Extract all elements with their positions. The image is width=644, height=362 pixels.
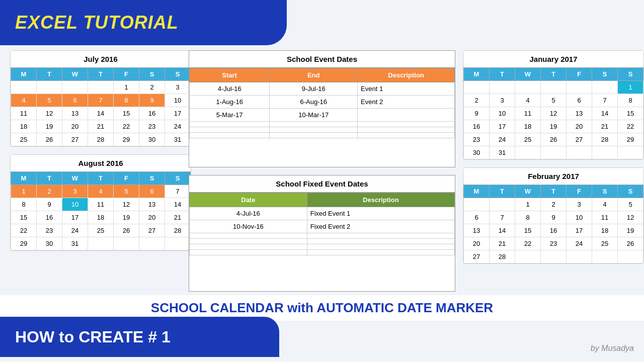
event-table-header: Description [358,68,455,82]
august-2016-title: August 2016 [11,155,191,171]
calendar-cell: 19 [541,120,567,133]
table-row: 4-Jul-16Fixed Event 1 [190,207,455,220]
calendar-cell: 6 [139,185,165,198]
calendar-cell: 9 [464,107,490,120]
calendar-cell: 8 [11,198,37,211]
school-events-title: School Event Dates [189,51,455,68]
calendar-cell: 28 [592,133,618,146]
calendar-cell [464,198,490,211]
calendar-cell: 27 [139,224,165,237]
table-row: 11121314151617 [11,107,191,120]
calendar-cell: 21 [165,211,191,224]
calendar-cell: 22 [114,120,139,133]
event-table-cell [270,133,358,138]
january-2017-calendar: January 2017 MTWTFSS 1234567891011121314… [463,50,644,160]
calendar-cell: 17 [490,120,515,133]
calendar-cell: 13 [62,107,88,120]
calendar-header-cell: S [592,185,618,198]
event-table-cell: 9-Jul-16 [270,82,358,96]
calendar-cell: 5 [114,185,139,198]
calendar-cell: 25 [592,237,618,250]
calendar-cell [139,237,165,250]
calendar-header-cell: F [567,68,592,81]
calendar-header-cell: S [165,172,191,185]
calendar-cell: 2 [37,185,62,198]
calendar-cell: 26 [541,133,567,146]
calendar-cell [88,81,114,94]
calendar-cell: 8 [515,211,541,224]
calendar-cell: 9 [139,94,165,107]
calendar-cell: 23 [464,133,490,146]
calendar-cell: 18 [11,120,37,133]
calendar-cell: 12 [618,211,643,224]
calendar-header-cell: S [165,68,191,81]
event-table-header: Start [190,68,270,82]
table-row: 9101112131415 [464,107,643,120]
event-table-cell [190,133,270,138]
fixed-event-table-cell: 10-Nov-16 [190,220,307,233]
calendar-cell: 15 [114,107,139,120]
event-table-cell [190,122,270,127]
table-row: 16171819202122 [464,120,643,133]
calendar-cell: 18 [515,120,541,133]
event-table-cell [190,127,270,133]
calendar-cell: 31 [490,146,515,159]
calendar-header-cell: F [114,68,139,81]
calendar-cell: 25 [11,133,37,146]
main-content: July 2016 MTWTFSS 1234567891011121314151… [10,50,634,292]
fixed-event-table-cell: Fixed Event 1 [307,207,454,220]
calendar-cell: 19 [114,211,139,224]
calendar-cell: 26 [618,237,643,250]
calendar-cell: 11 [515,107,541,120]
table-row: 22232425262728 [11,224,191,237]
calendar-cell: 5 [37,94,62,107]
table-row: 20212223242526 [464,237,643,250]
event-table-cell: 4-Jul-16 [190,82,270,96]
calendar-cell: 29 [114,133,139,146]
calendar-header-cell: S [618,185,643,198]
calendar-cell [618,146,643,159]
subtitle-text: SCHOOL CALENDAR with AUTOMATIC DATE MARK… [151,300,493,315]
fixed-event-table-cell [307,249,454,255]
calendar-header-cell: S [139,68,165,81]
table-row [190,238,455,244]
calendar-cell [567,146,592,159]
january-2017-title: January 2017 [463,51,643,67]
fixed-event-table-cell [307,238,454,244]
fixed-event-table-cell: Fixed Event 2 [307,220,454,233]
calendar-cell: 17 [62,211,88,224]
table-row [190,127,455,133]
calendar-cell [490,198,515,211]
table-row: 10-Nov-16Fixed Event 2 [190,220,455,233]
calendar-cell: 3 [62,185,88,198]
calendar-cell: 10 [567,211,592,224]
calendar-cell: 12 [37,107,62,120]
calendar-cell: 22 [515,237,541,250]
fixed-event-table-cell [190,249,307,255]
calendar-header-cell: S [139,172,165,185]
calendar-cell: 16 [37,211,62,224]
calendar-cell: 28 [490,250,515,263]
calendar-cell: 14 [88,107,114,120]
table-row [190,244,455,249]
calendar-cell: 29 [11,237,37,250]
calendar-cell [515,81,541,94]
fixed-event-table-cell [190,238,307,244]
fixed-event-table-cell: 4-Jul-16 [190,207,307,220]
calendar-cell: 15 [515,224,541,237]
event-table-cell: Event 1 [358,82,455,96]
calendar-cell: 20 [139,211,165,224]
calendar-cell: 12 [114,198,139,211]
header-title: EXCEL TUTORIAL [15,12,179,33]
august-2016-calendar: August 2016 MTWTFSS 12345678910111213141… [10,154,191,251]
calendar-cell: 10 [165,94,191,107]
event-table-cell [358,133,455,138]
calendar-cell: 26 [37,133,62,146]
calendar-cell [567,250,592,263]
table-row: 3031 [464,146,643,159]
calendar-cell [165,237,191,250]
calendar-cell [541,81,567,94]
calendar-cell: 14 [165,198,191,211]
calendar-header-cell: M [11,172,37,185]
calendar-cell: 24 [165,120,191,133]
